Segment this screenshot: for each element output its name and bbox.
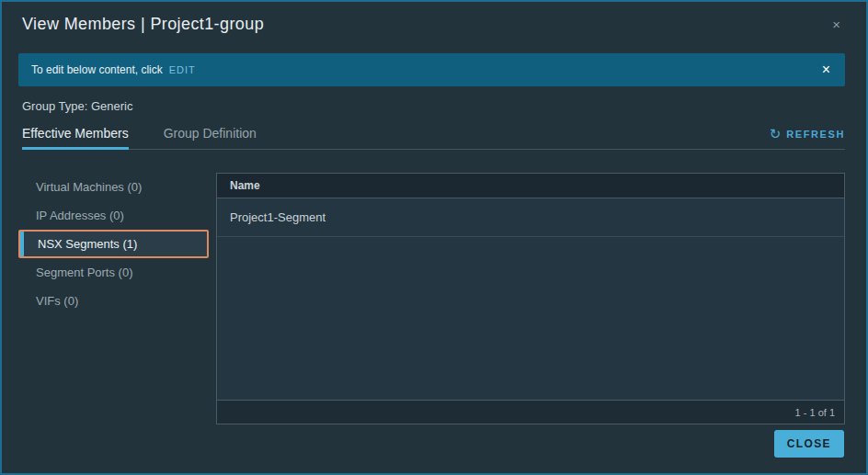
view-members-dialog: View Members | Project1-group × To edit … <box>0 0 868 475</box>
banner-close-icon[interactable]: × <box>820 62 832 77</box>
dialog-footer: CLOSE <box>2 413 866 473</box>
refresh-icon: ↻ <box>770 127 782 141</box>
sidebar-item-label: NSX Segments (1) <box>38 237 137 251</box>
sidebar-item-label: IP Addresses (0) <box>36 209 124 222</box>
table-cell-name: Project1-Segment <box>230 210 326 224</box>
dialog-titlebar: View Members | Project1-group × <box>2 2 866 46</box>
tabs-bar: Effective Members Group Definition ↻ REF… <box>22 120 845 150</box>
info-banner: To edit below content, click EDIT × <box>18 53 845 86</box>
close-button[interactable]: CLOSE <box>774 430 844 458</box>
table-header-name[interactable]: Name <box>217 174 844 198</box>
sidebar-item-label: Segment Ports (0) <box>36 266 133 279</box>
sidebar-item-virtual-machines[interactable]: Virtual Machines (0) <box>18 173 209 201</box>
members-table: Name Project1-Segment 1 - 1 of 1 <box>216 173 845 424</box>
banner-edit-link[interactable]: EDIT <box>169 64 196 75</box>
member-type-sidebar: Virtual Machines (0) IP Addresses (0) NS… <box>18 173 216 413</box>
group-type-text: Group Type: Generic <box>22 99 845 113</box>
table-row[interactable]: Project1-Segment <box>217 198 844 237</box>
selected-accent-bar <box>20 232 24 256</box>
tab-effective-members[interactable]: Effective Members <box>22 120 129 149</box>
dialog-title: View Members | Project1-group <box>22 15 264 34</box>
sidebar-item-nsx-segments[interactable]: NSX Segments (1) <box>18 230 209 258</box>
dialog-close-icon[interactable]: × <box>827 16 846 33</box>
refresh-label: REFRESH <box>786 129 845 140</box>
sidebar-item-ip-addresses[interactable]: IP Addresses (0) <box>18 201 209 230</box>
refresh-button[interactable]: ↻ REFRESH <box>770 127 845 149</box>
sidebar-item-label: Virtual Machines (0) <box>36 180 142 194</box>
table-empty-area <box>217 237 844 400</box>
sidebar-item-vifs[interactable]: VIFs (0) <box>18 287 209 315</box>
sidebar-item-segment-ports[interactable]: Segment Ports (0) <box>18 258 209 287</box>
members-content: Virtual Machines (0) IP Addresses (0) NS… <box>18 173 845 413</box>
sidebar-item-label: VIFs (0) <box>36 294 78 308</box>
banner-message: To edit below content, click <box>31 63 163 76</box>
tab-group-definition[interactable]: Group Definition <box>164 120 257 149</box>
